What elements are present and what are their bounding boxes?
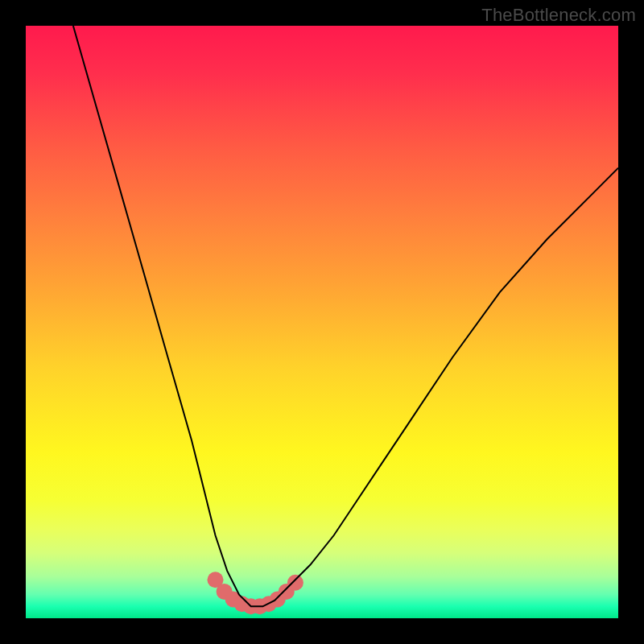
plot-area xyxy=(26,26,618,618)
marker-band-group xyxy=(208,572,303,614)
bottleneck-curve-path xyxy=(73,26,618,606)
watermark-text: TheBottleneck.com xyxy=(481,5,636,26)
chart-frame: TheBottleneck.com xyxy=(0,0,644,644)
curve-svg-layer xyxy=(26,26,618,618)
marker-dot xyxy=(287,575,303,591)
